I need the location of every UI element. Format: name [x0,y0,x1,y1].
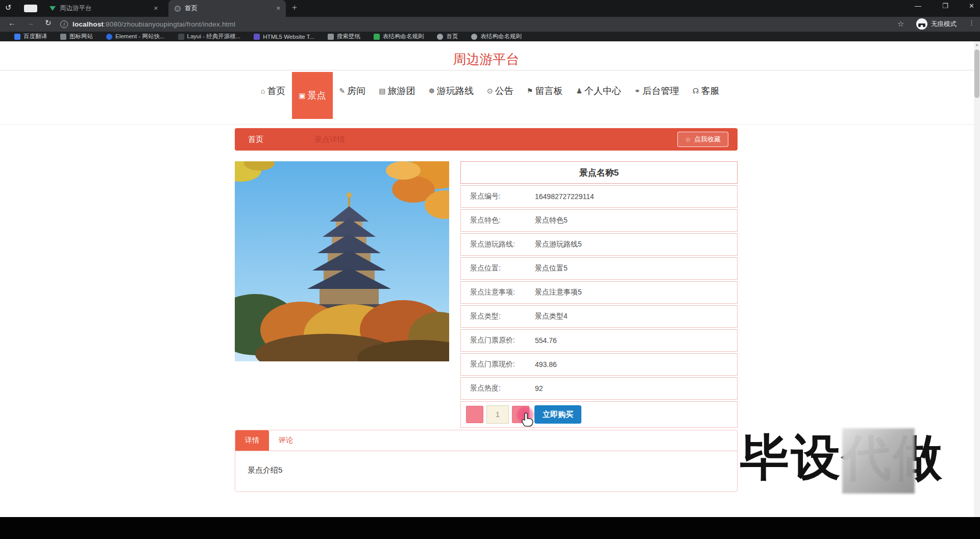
buy-row: 立即购买 [460,401,738,428]
detail-row-label: 景点门票现价: [461,360,535,369]
browser-toolbar: ← → ↻ i localhost:8080/zhoubianyoupingta… [0,17,980,32]
quantity-input[interactable] [486,405,509,424]
bookmark-label: 表结构命名规则 [383,33,424,40]
tab-close-icon[interactable]: ✕ [276,5,281,12]
detail-row-label: 景点特色: [461,216,535,225]
nav-item[interactable]: ♟ 个人中心 [569,72,628,110]
close-icon[interactable]: ✕ [969,2,974,10]
pagoda-image [235,161,449,361]
quantity-minus-button[interactable] [466,406,483,423]
nav-divider [0,124,980,125]
tab-detail[interactable]: 详情 [235,430,269,451]
nav-label: 首页 [267,85,285,97]
detail-row: 景点特色: 景点特色5 [460,209,738,232]
nav-label: 旅游团 [388,85,415,97]
nav-icon: ⊙ [487,87,493,95]
reload-icon[interactable]: ↻ [45,18,52,28]
buy-button[interactable]: 立即购买 [534,405,581,424]
detail-row: 景点门票现价: 493.86 [460,353,738,376]
nav-label: 留言板 [535,85,562,97]
nav-icon: ♟ [576,87,582,95]
browser-tab-bar: ↺ 周边游平台 ✕ 首页 ✕ + — ❐ ✕ [0,0,980,17]
scenic-intro-text: 景点介绍5 [235,451,737,475]
bookmark-item[interactable]: 图标网站 [60,33,93,40]
bookmark-item[interactable]: 百度翻译 [14,33,47,40]
nav-label: 客服 [701,85,719,97]
bookmark-favicon [106,34,112,40]
browser-tab-active[interactable]: 首页 ✕ [168,0,286,17]
detail-row: 景点位置: 景点位置5 [460,257,738,280]
scroll-up-icon[interactable]: ▲ [974,41,980,48]
nav-icon: ⌂ [261,87,265,95]
favorite-label: 点我收藏 [694,135,721,144]
header-divider [0,70,980,70]
detail-row-label: 景点热度: [461,384,535,393]
bookmark-label: 百度翻译 [23,33,47,40]
nav-item[interactable]: ⚭ 后台管理 [628,72,686,110]
detail-row: 景点编号: 164982727229114 [460,185,738,208]
nav-icon: ⚑ [527,87,533,95]
detail-row-value: 164982727229114 [535,192,594,201]
restore-icon[interactable]: ❐ [942,2,948,10]
bookmark-favicon [328,34,334,40]
nav-item[interactable]: ▤ 旅游团 [372,72,422,110]
bookmark-label: 搜索壁纸 [337,33,360,40]
detail-row: 景点游玩路线: 景点游玩路线5 [460,233,738,256]
letterbox-bottom [0,517,980,539]
bookmark-star-icon[interactable]: ☆ [897,19,904,29]
bookmark-item[interactable]: Layui - 经典开源模... [178,33,241,40]
detail-row-label: 景点位置: [461,264,535,273]
new-tab-button[interactable]: + [292,3,297,13]
bookmark-label: Element - 网站快... [115,33,165,40]
browser-tab-inactive[interactable]: 周边游平台 ✕ [43,0,163,17]
nav-icon: ☸ [429,87,435,95]
detail-row: 景点注意事项: 景点注意事项5 [460,281,738,304]
browser-menu-icon[interactable]: ⋮ [968,19,975,27]
nav-item[interactable]: ☸ 游玩路线 [422,72,481,110]
nav-item[interactable]: ⚑ 留言板 [520,72,570,110]
bookmark-label: 表结构命名规则 [480,33,522,40]
nav-item[interactable]: ▣ 景点 [292,72,332,119]
nav-item[interactable]: ☊ 客服 [686,72,726,110]
bookmark-label: 首页 [446,33,458,40]
detail-row-value: 景点特色5 [535,216,568,225]
tab-close-icon[interactable]: ✕ [154,5,158,12]
nav-label: 景点 [308,89,326,102]
bookmark-item[interactable]: HTML5 Website T... [254,34,314,40]
url-path: :8080/zhoubianyoupingtai/front/index.htm… [104,20,235,28]
watermark-blur-box [842,428,915,494]
nav-item[interactable]: ⌂ 首页 [254,72,292,110]
detail-row-value: 景点游玩路线5 [535,240,582,249]
detail-row-value: 92 [535,384,543,393]
info-icon[interactable]: i [60,20,68,28]
nav-item[interactable]: ⊙ 公告 [480,72,520,110]
forward-icon[interactable]: → [27,18,34,27]
overlay-record-icon: ↺ [5,3,12,12]
bookmark-item[interactable]: Element - 网站快... [106,33,165,40]
page-scrollbar[interactable]: ▲ [974,41,980,517]
detail-rows: 景点编号: 164982727229114 景点特色: 景点特色5 景点游玩路线… [460,185,738,400]
bookmark-item[interactable]: 首页 [437,33,458,40]
detail-row-value: 554.76 [535,336,557,345]
overlay-window-icon [24,5,37,12]
breadcrumb-home[interactable]: 首页 [248,135,263,144]
tab-favicon [175,6,181,12]
bookmark-item[interactable]: 表结构命名规则 [471,33,522,40]
favorite-button[interactable]: ☆ 点我收藏 [677,132,728,147]
nav-item[interactable]: ✎ 房间 [333,72,373,110]
tab-title: 周边游平台 [60,4,92,13]
bookmark-item[interactable]: 表结构命名规则 [374,33,424,40]
minimize-icon[interactable]: — [915,2,921,10]
scrollbar-thumb[interactable] [974,50,979,98]
bookmark-favicon [14,34,20,40]
bookmark-item[interactable]: 搜索壁纸 [328,33,360,40]
incognito-badge: 无痕模式 [916,18,957,30]
breadcrumb-current: 景点详情 [314,135,345,144]
tab-comment[interactable]: 评论 [269,430,303,451]
tab-title: 首页 [185,4,198,13]
breadcrumb-bar: 首页 景点详情 ☆ 点我收藏 [235,128,738,151]
detail-panel: 景点名称5 景点编号: 164982727229114 景点特色: 景点特色5 … [460,161,738,428]
back-icon[interactable]: ← [8,18,16,27]
incognito-icon [916,18,927,30]
url-bar[interactable]: localhost:8080/zhoubianyoupingtai/front/… [72,20,235,28]
